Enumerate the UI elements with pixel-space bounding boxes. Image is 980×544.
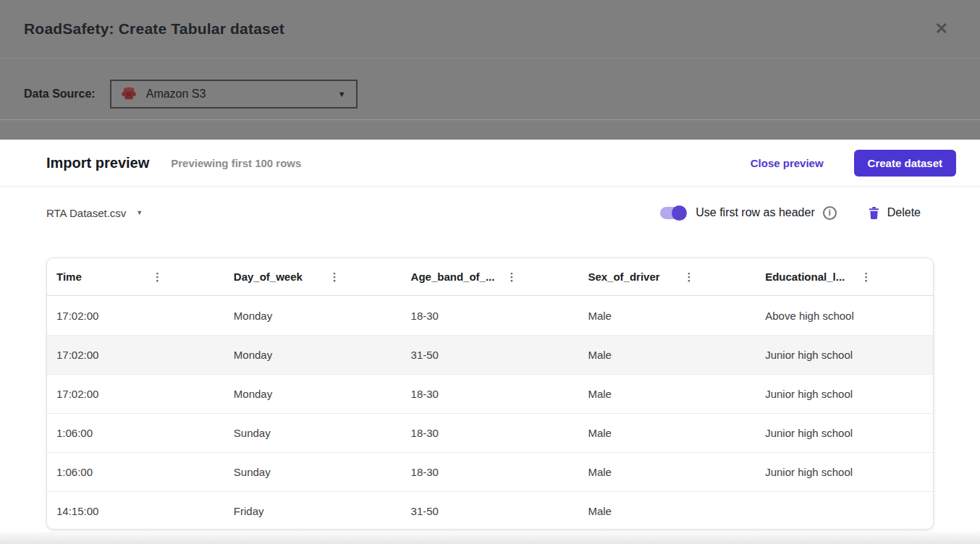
table-cell: 17:02:00 [47, 349, 224, 361]
first-row-header-label: Use first row as header [696, 206, 815, 219]
table-row[interactable]: 17:02:00Monday18-30MaleJunior high schoo… [47, 374, 933, 413]
trash-icon [869, 207, 879, 219]
kebab-menu-icon[interactable]: ⋮ [507, 271, 518, 284]
toggle-knob [672, 205, 687, 221]
modal-dimmed-area: RoadSafety: Create Tabular dataset ✕ Dat… [0, 0, 980, 140]
chevron-down-icon: ▼ [338, 90, 346, 98]
table-cell: Male [578, 466, 756, 478]
table-cell: Above high school [756, 310, 933, 322]
s3-bucket-icon [121, 86, 137, 102]
kebab-menu-icon[interactable]: ⋮ [683, 271, 694, 284]
table-header-row: Time⋮Day_of_week⋮Age_band_of_...⋮Sex_of_… [47, 258, 933, 296]
table-cell: Male [578, 388, 756, 400]
data-source-value: Amazon S3 [146, 88, 206, 101]
column-header-label: Age_band_of_... [411, 271, 504, 283]
table-cell: Monday [224, 349, 402, 361]
table-header-cell: Day_of_week⋮ [224, 271, 402, 284]
table-cell: 31-50 [402, 349, 579, 361]
create-dataset-button[interactable]: Create dataset [854, 150, 956, 177]
delete-file-button[interactable]: Delete [869, 206, 921, 219]
kebab-menu-icon[interactable]: ⋮ [861, 271, 871, 284]
table-cell: 14:15:00 [47, 505, 224, 517]
data-source-label: Data Source: [24, 88, 96, 101]
table-header-cell: Sex_of_driver⋮ [578, 271, 756, 284]
preview-row-count: Previewing first 100 rows [171, 157, 301, 169]
table-row[interactable]: 17:02:00Monday18-30MaleAbove high school [47, 296, 933, 335]
import-preview-title: Import preview [46, 155, 149, 171]
table-cell: Junior high school [756, 427, 933, 439]
kebab-menu-icon[interactable]: ⋮ [329, 271, 340, 284]
table-cell: 18-30 [402, 466, 579, 478]
table-cell: Male [578, 310, 756, 322]
page-title: RoadSafety: Create Tabular dataset [24, 20, 284, 38]
data-source-select[interactable]: Amazon S3 ▼ [110, 80, 358, 109]
column-header-label: Educational_l... [765, 271, 858, 283]
page-bottom-edge [0, 532, 980, 544]
table-cell: Male [578, 505, 756, 517]
table-cell: 1:06:00 [47, 427, 224, 439]
delete-label: Delete [887, 206, 921, 219]
table-cell: Monday [224, 388, 402, 400]
table-cell: Monday [224, 310, 402, 322]
import-preview-header: Import preview Previewing first 100 rows… [0, 140, 980, 187]
table-cell: Male [578, 427, 756, 439]
table-row[interactable]: 1:06:00Sunday18-30MaleJunior high school [47, 413, 933, 452]
modal-titlebar: RoadSafety: Create Tabular dataset ✕ [0, 0, 980, 59]
table-cell: 18-30 [402, 427, 579, 439]
table-header-cell: Educational_l...⋮ [756, 271, 933, 284]
table-row[interactable]: 1:06:00Sunday18-30MaleJunior high school [47, 452, 933, 491]
close-preview-link[interactable]: Close preview [751, 157, 824, 169]
chevron-down-icon[interactable]: ▼ [136, 209, 143, 216]
table-row[interactable]: 17:02:00Monday31-50MaleJunior high schoo… [47, 335, 933, 374]
file-name: RTA Dataset.csv [46, 207, 126, 219]
table-cell: 18-30 [402, 388, 579, 400]
table-cell: 18-30 [402, 310, 579, 322]
table-cell: Junior high school [756, 466, 933, 478]
table-cell: 17:02:00 [47, 388, 224, 400]
kebab-menu-icon[interactable]: ⋮ [152, 271, 163, 284]
preview-table: Time⋮Day_of_week⋮Age_band_of_...⋮Sex_of_… [46, 258, 934, 530]
table-cell: 31-50 [402, 505, 579, 517]
table-cell: Sunday [224, 466, 402, 478]
first-row-header-toggle[interactable] [660, 207, 686, 219]
table-cell: 17:02:00 [47, 310, 224, 322]
table-header-cell: Time⋮ [47, 271, 224, 284]
close-icon[interactable]: ✕ [935, 21, 948, 37]
table-cell: Friday [224, 505, 402, 517]
table-cell: Junior high school [756, 349, 933, 361]
info-icon[interactable]: i [823, 206, 837, 220]
table-row[interactable]: 14:15:00Friday31-50Male [47, 491, 933, 530]
column-header-label: Day_of_week [234, 271, 326, 283]
table-cell: Male [578, 349, 756, 361]
column-header-label: Sex_of_driver [588, 271, 680, 283]
table-cell: Junior high school [756, 388, 933, 400]
table-body: 17:02:00Monday18-30MaleAbove high school… [47, 296, 933, 530]
table-header-cell: Age_band_of_...⋮ [402, 271, 579, 284]
column-header-label: Time [56, 271, 149, 283]
table-cell: 1:06:00 [47, 466, 224, 478]
file-options-row: RTA Dataset.csv ▼ Use first row as heade… [0, 187, 980, 239]
table-cell: Sunday [224, 427, 402, 439]
data-source-row: Data Source: Amazon S3 ▼ [0, 59, 980, 109]
